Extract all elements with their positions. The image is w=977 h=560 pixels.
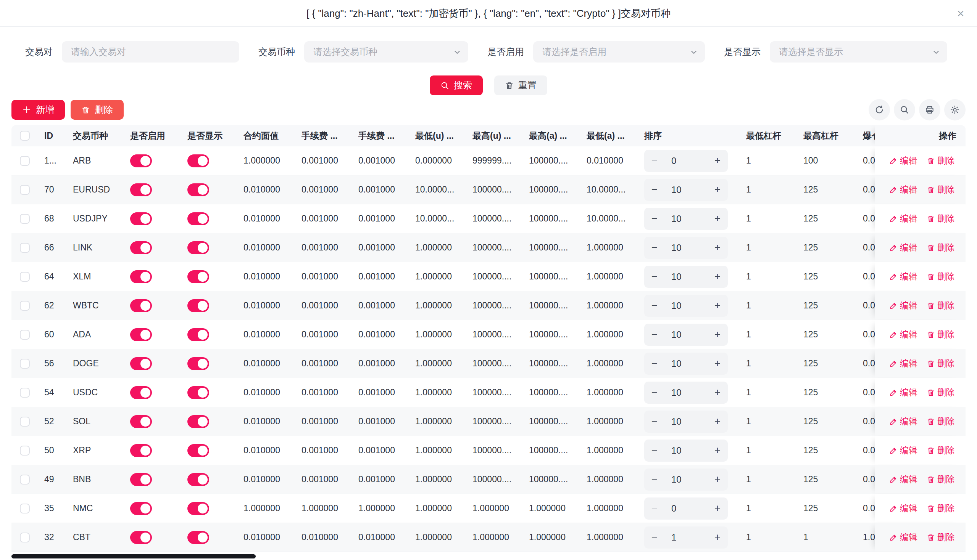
row-checkbox[interactable] — [20, 330, 30, 340]
stepper-plus-button[interactable]: + — [707, 527, 728, 548]
stepper-minus-button[interactable]: − — [644, 323, 665, 346]
row-checkbox[interactable] — [20, 475, 30, 485]
delete-link[interactable]: 删除 — [927, 328, 955, 340]
reset-button[interactable]: 重置 — [494, 75, 547, 95]
row-checkbox[interactable] — [20, 533, 30, 542]
visible-toggle[interactable] — [187, 502, 209, 515]
stepper-plus-button[interactable]: + — [707, 410, 728, 433]
visible-toggle[interactable] — [187, 473, 209, 486]
edit-link[interactable]: 编辑 — [889, 415, 917, 427]
delete-link[interactable]: 删除 — [927, 184, 955, 195]
edit-link[interactable]: 编辑 — [889, 358, 917, 369]
stepper-plus-button[interactable]: + — [707, 440, 728, 462]
stepper-plus-button[interactable]: + — [707, 237, 728, 259]
row-checkbox[interactable] — [20, 301, 30, 311]
stepper-plus-button[interactable]: + — [707, 179, 728, 201]
bulk-delete-button[interactable]: 删除 — [70, 100, 124, 120]
visible-toggle[interactable] — [187, 357, 209, 370]
stepper-minus-button[interactable]: − — [644, 237, 665, 259]
enabled-toggle[interactable] — [130, 444, 152, 457]
delete-link[interactable]: 删除 — [927, 358, 955, 369]
visible-toggle[interactable] — [187, 270, 209, 283]
row-checkbox[interactable] — [20, 446, 30, 455]
stepper-minus-button[interactable]: − — [644, 208, 665, 230]
edit-link[interactable]: 编辑 — [889, 184, 917, 195]
stepper-minus-button[interactable]: − — [644, 266, 665, 288]
delete-link[interactable]: 删除 — [927, 415, 955, 427]
stepper-plus-button[interactable]: + — [707, 323, 728, 346]
visible-toggle[interactable] — [187, 299, 209, 312]
enabled-toggle[interactable] — [130, 328, 152, 341]
delete-link[interactable]: 删除 — [927, 213, 955, 225]
row-checkbox[interactable] — [20, 214, 30, 224]
close-icon[interactable]: × — [954, 7, 967, 20]
edit-link[interactable]: 编辑 — [889, 328, 917, 340]
stepper-minus-button[interactable]: − — [644, 468, 665, 491]
stepper-plus-button[interactable]: + — [707, 497, 728, 520]
edit-link[interactable]: 编辑 — [889, 473, 917, 485]
enabled-toggle[interactable] — [130, 299, 152, 312]
enabled-toggle[interactable] — [130, 415, 152, 428]
print-button[interactable] — [919, 99, 940, 120]
add-button[interactable]: 新增 — [12, 100, 65, 120]
delete-link[interactable]: 删除 — [927, 532, 955, 543]
select-all-checkbox[interactable] — [20, 131, 30, 141]
visible-toggle[interactable] — [187, 328, 209, 341]
visible-toggle[interactable] — [187, 241, 209, 254]
enabled-toggle[interactable] — [130, 386, 152, 399]
column-search-button[interactable] — [894, 99, 915, 120]
delete-link[interactable]: 删除 — [927, 300, 955, 312]
edit-link[interactable]: 编辑 — [889, 271, 917, 282]
stepper-minus-button[interactable]: − — [644, 295, 665, 317]
delete-link[interactable]: 删除 — [927, 445, 955, 456]
settings-button[interactable] — [944, 99, 965, 120]
stepper-plus-button[interactable]: + — [707, 208, 728, 230]
stepper-plus-button[interactable]: + — [707, 468, 728, 491]
row-checkbox[interactable] — [20, 243, 30, 253]
delete-link[interactable]: 删除 — [927, 242, 955, 253]
stepper-minus-button[interactable]: − — [644, 353, 665, 375]
enabled-toggle[interactable] — [130, 502, 152, 515]
search-button[interactable]: 搜索 — [430, 75, 483, 95]
visible-toggle[interactable] — [187, 415, 209, 428]
enabled-select[interactable]: 请选择是否启用 — [533, 41, 705, 63]
enabled-toggle[interactable] — [130, 183, 152, 196]
visible-toggle[interactable] — [187, 444, 209, 457]
delete-link[interactable]: 删除 — [927, 155, 955, 167]
stepper-plus-button[interactable]: + — [707, 295, 728, 317]
stepper-plus-button[interactable]: + — [707, 266, 728, 288]
row-checkbox[interactable] — [20, 417, 30, 427]
refresh-button[interactable] — [868, 99, 890, 120]
stepper-plus-button[interactable]: + — [707, 353, 728, 375]
enabled-toggle[interactable] — [130, 531, 152, 544]
horizontal-scrollbar-thumb[interactable] — [12, 554, 256, 558]
currency-select[interactable]: 请选择交易币种 — [304, 41, 468, 63]
edit-link[interactable]: 编辑 — [889, 155, 917, 167]
stepper-minus-button[interactable]: − — [644, 179, 665, 201]
edit-link[interactable]: 编辑 — [889, 445, 917, 456]
pair-input[interactable] — [62, 41, 239, 63]
stepper-plus-button[interactable]: + — [707, 382, 728, 404]
edit-link[interactable]: 编辑 — [889, 242, 917, 253]
visible-toggle[interactable] — [187, 183, 209, 196]
delete-link[interactable]: 删除 — [927, 473, 955, 485]
enabled-toggle[interactable] — [130, 357, 152, 370]
stepper-minus-button[interactable]: − — [644, 382, 665, 404]
stepper-plus-button[interactable]: + — [707, 150, 728, 172]
row-checkbox[interactable] — [20, 156, 30, 166]
row-checkbox[interactable] — [20, 388, 30, 398]
edit-link[interactable]: 编辑 — [889, 502, 917, 514]
stepper-minus-button[interactable]: − — [644, 527, 665, 548]
visible-toggle[interactable] — [187, 212, 209, 225]
stepper-minus-button[interactable]: − — [644, 410, 665, 433]
enabled-toggle[interactable] — [130, 241, 152, 254]
row-checkbox[interactable] — [20, 503, 30, 513]
enabled-toggle[interactable] — [130, 473, 152, 486]
stepper-minus-button[interactable]: − — [644, 440, 665, 462]
enabled-toggle[interactable] — [130, 270, 152, 283]
visible-toggle[interactable] — [187, 531, 209, 544]
row-checkbox[interactable] — [20, 272, 30, 282]
visible-toggle[interactable] — [187, 154, 209, 167]
edit-link[interactable]: 编辑 — [889, 213, 917, 225]
row-checkbox[interactable] — [20, 185, 30, 195]
